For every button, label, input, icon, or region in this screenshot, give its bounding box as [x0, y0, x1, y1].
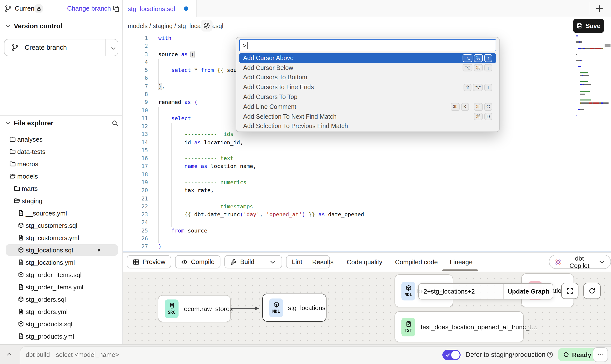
code-line: select	[158, 115, 191, 123]
lineage-node-stg-locations[interactable]: MDLstg_locations	[262, 294, 326, 322]
plus-icon[interactable]	[595, 4, 604, 13]
panel-tab-lineage[interactable]: Lineage	[450, 258, 473, 265]
keycap: ⇧	[464, 83, 472, 91]
file-item-stg-customers-sql[interactable]: stg_customers.sql	[0, 219, 122, 232]
active-tab-underline	[442, 269, 478, 271]
save-button[interactable]: Save	[573, 19, 604, 33]
dbt-copilot-button[interactable]: dbt Copilot	[549, 255, 611, 269]
command-item-add-line-comment[interactable]: Add Line Comment⌘K⌘C	[239, 102, 496, 112]
file-item-stg-orders-yml[interactable]: stg_orders.yml	[0, 305, 122, 318]
model-icon	[18, 247, 24, 253]
command-item-add-cursor-above[interactable]: Add Cursor Above⌥⌘↑	[239, 53, 496, 63]
build-button[interactable]: Build	[224, 255, 282, 268]
keycap: ⌥	[463, 64, 472, 72]
refresh-button[interactable]	[583, 283, 601, 299]
file-item-models[interactable]: models	[0, 170, 122, 182]
navigate-button[interactable]	[201, 20, 213, 32]
chev-up-icon[interactable]	[6, 351, 12, 358]
file-item-stg-orders-sql[interactable]: stg_orders.sql	[0, 293, 122, 305]
keycap: ⌥	[463, 54, 472, 62]
code-line: ---------- text	[158, 155, 234, 163]
minimap-line	[576, 75, 590, 76]
file-item-stg-products-sql[interactable]: stg_products.sql	[0, 318, 122, 330]
change-branch-link[interactable]: Change branch	[67, 5, 111, 12]
more-options-button[interactable]	[593, 347, 608, 362]
command-label: Add Cursors to Line Ends	[243, 84, 314, 91]
tab-stg-locations[interactable]: stg_locations.sql	[123, 0, 197, 17]
lineage-node-test-does-location-opened-at-trunc-t-[interactable]: TSTtest_does_location_opened_at_trunc_t…	[395, 311, 524, 342]
lock-icon	[36, 6, 41, 11]
line-number: 18	[123, 171, 148, 179]
minimap-line	[576, 66, 581, 67]
file-item--sources-yml[interactable]: __sources.yml	[0, 207, 122, 219]
status-bar: dbt build --select <model_name> Defer to…	[0, 344, 611, 364]
chev-down-icon[interactable]	[5, 120, 11, 126]
code-line: ---------- ids	[158, 131, 234, 139]
modified-dot	[98, 249, 100, 251]
file-item-stg-order-items-yml[interactable]: stg_order_items.yml	[0, 281, 122, 293]
file-item-staging[interactable]: staging	[0, 195, 122, 207]
command-item-add-cursor-below[interactable]: Add Cursor Below⌥⌘↓	[239, 63, 496, 73]
file-item-stg-locations-yml[interactable]: stg_locations.yml	[0, 256, 122, 268]
preview-label: Preview	[143, 258, 165, 265]
compile-button[interactable]: Compile	[175, 255, 220, 268]
copilot-label: dbt Copilot	[565, 254, 594, 269]
action-buttons: Preview Compile Build Lint	[127, 255, 330, 268]
update-graph-label: Update Graph	[507, 288, 549, 295]
lineage-canvas[interactable]: SRCecom.raw_storesMDLstg_locationsMDLloc…	[123, 272, 611, 344]
file-item-stg-locations-sql[interactable]: stg_locations.sql	[0, 244, 122, 256]
cube-icon	[405, 285, 412, 291]
compass-icon	[203, 22, 210, 29]
line-number: 19	[123, 179, 148, 187]
panel-tab-results[interactable]: Results	[312, 258, 334, 265]
line-number: 26	[123, 235, 148, 243]
lineage-node-ecom-raw-stores[interactable]: SRCecom.raw_stores	[158, 295, 231, 322]
command-palette-input[interactable]: >	[239, 39, 496, 51]
file-item-analyses[interactable]: analyses	[0, 133, 122, 145]
command-item-add-selection-to-next-find-match[interactable]: Add Selection To Next Find Match⌘D	[239, 112, 496, 122]
preview-button[interactable]: Preview	[127, 255, 171, 268]
code-line: with	[158, 34, 171, 43]
update-graph-button[interactable]: Update Graph	[503, 284, 553, 299]
command-item-add-cursors-to-line-ends[interactable]: Add Cursors to Line Ends⇧⌥I	[239, 83, 496, 92]
command-item-add-cursors-to-bottom[interactable]: Add Cursors To Bottom	[239, 73, 496, 83]
create-branch-button[interactable]: Create branch	[4, 39, 118, 56]
build-dropdown	[269, 258, 276, 265]
command-label: Add Selection To Previous Find Match	[243, 123, 348, 130]
code-line: ---------- timestamps	[158, 203, 253, 211]
file-item-stg-order-items-sql[interactable]: stg_order_items.sql	[0, 268, 122, 281]
code-line: name as location_name,	[158, 163, 256, 171]
toggle-knob	[451, 351, 460, 359]
doc-icon	[18, 210, 24, 216]
command-input[interactable]: dbt build --select <model_name>	[26, 351, 119, 358]
branch-bar: Current Change branch	[0, 0, 122, 17]
defer-toggle[interactable]	[442, 350, 461, 360]
scroll-indicator[interactable]	[605, 44, 611, 47]
chev-down-icon[interactable]	[5, 23, 11, 29]
file-item-stg-products-yml[interactable]: stg_products.yml	[0, 330, 122, 342]
model-icon	[18, 321, 24, 327]
keycap: ⌘	[474, 54, 483, 62]
copy-icon[interactable]	[112, 5, 120, 12]
unsaved-dot-icon	[184, 6, 188, 11]
file-item-stg-customers-yml[interactable]: stg_customers.yml	[0, 232, 122, 244]
panel-tab-code-quality[interactable]: Code quality	[347, 258, 382, 265]
file-label: stg_order_items.sql	[26, 271, 82, 278]
panel-tab-compiled-code[interactable]: Compiled code	[395, 258, 438, 265]
command-item-add-cursors-to-top[interactable]: Add Cursors To Top	[239, 92, 496, 102]
command-item-add-selection-to-previous-find-match[interactable]: Add Selection To Previous Find Match	[239, 121, 496, 131]
palette-query: >	[243, 42, 246, 49]
file-item-macros[interactable]: macros	[0, 158, 122, 170]
button-divider	[310, 256, 310, 268]
file-label: stg_orders.yml	[26, 308, 68, 315]
line-number: 5	[123, 66, 148, 75]
minimap-line	[576, 90, 590, 91]
file-item-data-tests[interactable]: data-tests	[0, 145, 122, 158]
question-icon[interactable]	[546, 351, 553, 358]
lineage-selector-input[interactable]: 2+stg_locations+2	[419, 284, 503, 299]
fullscreen-button[interactable]	[561, 283, 578, 299]
line-number: 23	[123, 211, 148, 219]
shortcut-keys: ⌘K⌘C	[451, 103, 492, 111]
file-item-marts[interactable]: marts	[0, 182, 122, 195]
search-icon[interactable]	[111, 120, 118, 127]
